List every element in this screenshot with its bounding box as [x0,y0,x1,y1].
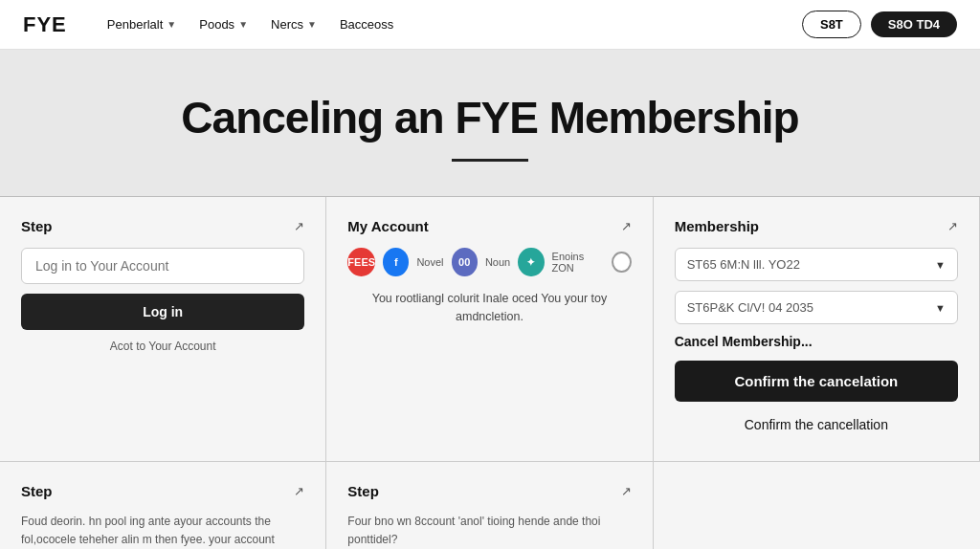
cancel-membership-label: Cancel Membership... [675,334,958,349]
step2-title: My Account [347,218,428,234]
site-logo: FYE [23,12,67,37]
dropdown2-arrow-icon: ▼ [935,302,946,314]
step-card-5: Step ↗ Four bno wn 8ccount 'anol' tioing… [326,462,653,549]
nav-item-poods[interactable]: Poods ▼ [189,11,257,37]
nav-item-nercs[interactable]: Nercs ▼ [261,11,326,37]
step5-title: Step [347,483,379,499]
step4-expand-icon[interactable]: ↗ [294,484,304,498]
step5-header: Step ↗ [347,483,631,499]
navbar-nav: Penberlalt ▼ Poods ▼ Nercs ▼ Bacceoss [98,11,779,37]
account-icon-teal[interactable]: ✦ [518,248,544,276]
step4-body-text: Foud deorin. hn pool ing ante ayour acco… [21,513,304,549]
login-input[interactable] [21,248,304,284]
account-label-noun: Noun [485,256,510,268]
step-card-6 [654,462,980,549]
account-body-text: You rootliangl colurit Inale oced You yo… [347,290,631,326]
navbar: FYE Penberlalt ▼ Poods ▼ Nercs ▼ Bacceos… [0,0,980,50]
page-title: Canceling an FYE Membership [23,92,957,143]
steps-grid: Step ↗ Log in Acot to Your Account My Ac… [0,196,980,549]
nav-s8t-button[interactable]: S8T [802,11,861,38]
chevron-down-icon: ▼ [307,19,317,30]
nav-item-bacceoss[interactable]: Bacceoss [330,11,403,37]
membership-dropdown2-value: ST6P&K Cl/V! 04 2035 [687,300,813,315]
hero-section: Canceling an FYE Membership [0,50,980,196]
step1-title: Step [21,218,53,234]
account-icon-00[interactable]: 00 [452,248,478,276]
step5-expand-icon[interactable]: ↗ [621,484,632,498]
step4-header: Step ↗ [21,483,304,499]
membership-dropdown1[interactable]: ST65 6M:N lll. YO22 ▼ [675,248,958,281]
navbar-actions: S8T S8O TD4 [802,11,957,38]
chevron-down-icon: ▼ [167,19,176,30]
account-icon-fees[interactable]: FEES [347,248,375,276]
dropdown1-arrow-icon: ▼ [935,259,946,271]
nav-s8o-button[interactable]: S8O TD4 [871,11,957,37]
membership-dropdown1-value: ST65 6M:N lll. YO22 [687,257,800,272]
account-icon-facebook[interactable]: f [383,248,409,276]
login-sub-text: Acot to Your Account [21,340,304,353]
step-card-membership: Membership ↗ ST65 6M:N lll. YO22 ▼ ST6P&… [654,197,980,462]
confirm-cancellation-light-button[interactable]: Confirm the cancellation [675,409,958,440]
chevron-down-icon: ▼ [238,19,248,30]
step3-header: Membership ↗ [675,218,958,234]
step-card-my-account: My Account ↗ FEES f Novel 00 Noun ✦ Enoi… [326,197,653,462]
account-label-enois: Enoins ZON [552,251,605,274]
membership-dropdown2[interactable]: ST6P&K Cl/V! 04 2035 ▼ [675,291,958,324]
step-card-4: Step ↗ Foud deorin. hn pool ing ante ayo… [0,462,326,549]
step1-header: Step ↗ [21,218,304,234]
account-icons-row: FEES f Novel 00 Noun ✦ Enoins ZON [347,248,631,276]
step-card-login: Step ↗ Log in Acot to Your Account [0,197,326,462]
step5-body-text: Four bno wn 8ccount 'anol' tioing hende … [347,513,631,549]
step1-expand-icon[interactable]: ↗ [294,219,304,233]
login-button[interactable]: Log in [21,294,304,330]
nav-item-penberlalt[interactable]: Penberlalt ▼ [98,11,186,37]
account-label-novel: Novel [416,256,443,268]
step3-expand-icon[interactable]: ↗ [947,219,958,233]
step4-title: Step [21,483,53,499]
confirm-cancellation-dark-button[interactable]: Confirm the cancelation [675,361,958,402]
hero-divider [452,159,528,162]
account-radio[interactable] [612,252,631,273]
step2-header: My Account ↗ [347,218,631,234]
step2-expand-icon[interactable]: ↗ [621,219,632,233]
step3-title: Membership [675,218,759,234]
